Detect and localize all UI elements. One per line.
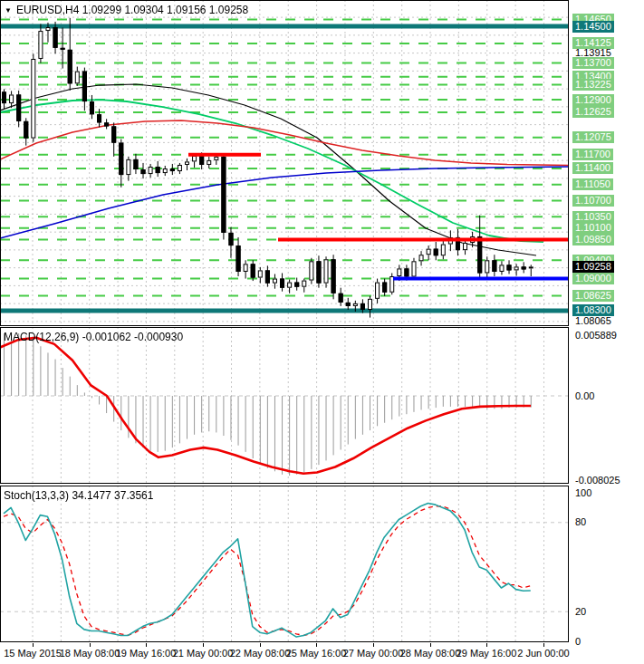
time-axis-label: 27 May 00:00 xyxy=(343,648,404,659)
price-axis: 1.139151.080651.146501.141251.137001.134… xyxy=(570,0,644,326)
time-axis-label: 15 May 2015 xyxy=(4,648,62,659)
symbol-dropdown-icon[interactable]: ▼ xyxy=(5,6,12,14)
macd-canvas[interactable] xyxy=(0,327,570,484)
level-price-label: 1.11050 xyxy=(572,178,613,190)
time-axis: 15 May 201518 May 08:0019 May 16:0021 Ma… xyxy=(0,643,644,664)
time-axis-tick xyxy=(33,643,34,647)
level-price-label: 1.08625 xyxy=(572,290,614,302)
level-price-label: 1.09850 xyxy=(572,234,614,245)
time-axis-label: 25 May 16:00 xyxy=(286,648,347,659)
level-price-label: 1.09000 xyxy=(572,273,614,284)
time-axis-label: 21 May 00:00 xyxy=(173,648,234,659)
level-price-label: 1.12625 xyxy=(572,106,614,118)
time-axis-tick xyxy=(316,643,317,647)
stoch-axis-label: 100 xyxy=(572,487,594,499)
main-chart-canvas[interactable] xyxy=(0,0,570,326)
level-price-label: 1.10350 xyxy=(572,211,614,223)
level-price-label: 1.13700 xyxy=(572,57,614,69)
level-price-label: 1.11700 xyxy=(572,149,613,160)
stoch-axis-label: 20 xyxy=(572,606,589,618)
time-axis-label: 2 Jun 00:00 xyxy=(517,648,570,659)
time-axis-label: 28 May 08:00 xyxy=(400,648,461,659)
macd-axis-min: -0.008025 xyxy=(572,475,623,486)
stochastic-axis: 10080200 xyxy=(570,486,644,642)
time-axis-label: 22 May 08:00 xyxy=(230,648,291,659)
time-axis-label: 29 May 16:00 xyxy=(457,648,517,659)
level-price-label: 1.13225 xyxy=(572,79,614,91)
stochastic-panel: Stoch(13,3,3) 34.1477 37.3561 10080200 xyxy=(0,486,644,642)
trading-terminal-chart: ▼ EURUSD,H4 1.09299 1.09304 1.09156 1.09… xyxy=(0,0,644,664)
level-price-label: 1.10100 xyxy=(572,222,614,234)
macd-axis-zero: 0.00 xyxy=(572,390,597,402)
time-axis-tick xyxy=(486,643,487,647)
stochastic-canvas[interactable] xyxy=(0,486,570,642)
level-price-label: 1.11400 xyxy=(572,162,613,174)
stoch-axis-label: 0 xyxy=(572,636,583,648)
time-axis-tick xyxy=(543,643,544,647)
time-axis-tick xyxy=(373,643,374,647)
time-axis-label: 19 May 16:00 xyxy=(116,648,177,659)
time-axis-tick xyxy=(260,643,261,647)
time-axis-tick xyxy=(430,643,431,647)
level-price-label: 1.14125 xyxy=(572,37,614,49)
teal-level-price-label: 1.14500 xyxy=(572,21,614,33)
time-axis-tick xyxy=(203,643,204,647)
stoch-axis-label: 80 xyxy=(572,516,589,528)
macd-axis-max: 0.005889 xyxy=(572,330,620,342)
level-price-label: 1.12075 xyxy=(572,131,614,143)
time-axis-tick xyxy=(90,643,91,647)
macd-axis: 0.0058890.00-0.008025 xyxy=(570,327,644,484)
teal-level-price-label: 1.08300 xyxy=(572,304,614,316)
level-price-label: 1.12900 xyxy=(572,94,614,106)
macd-panel: MACD(12,26,9) -0.001062 -0.000930 0.0058… xyxy=(0,327,644,484)
current-price-label: 1.09258 xyxy=(572,261,614,273)
time-axis-label: 18 May 08:00 xyxy=(60,648,120,659)
stochastic-label: Stoch(13,3,3) 34.1477 37.3561 xyxy=(4,489,153,502)
grid-price-label: 1.08065 xyxy=(572,315,614,327)
time-axis-tick xyxy=(146,643,147,647)
main-chart-panel: ▼ EURUSD,H4 1.09299 1.09304 1.09156 1.09… xyxy=(0,0,644,326)
level-price-label: 1.10700 xyxy=(572,195,614,207)
macd-label: MACD(12,26,9) -0.001062 -0.000930 xyxy=(4,331,183,343)
chart-title-ohlc: EURUSD,H4 1.09299 1.09304 1.09156 1.0925… xyxy=(16,4,248,16)
